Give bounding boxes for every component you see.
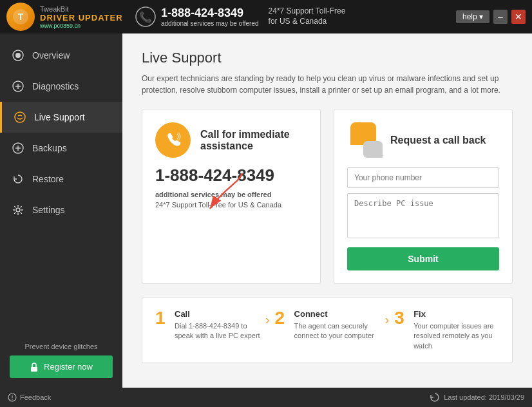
sidebar-item-diagnostics[interactable]: Diagnostics — [0, 71, 122, 102]
sidebar-label-backups: Backups — [32, 143, 67, 153]
svg-text:📞: 📞 — [139, 11, 152, 23]
feedback-button[interactable]: Feedback — [8, 393, 51, 402]
issue-textarea[interactable] — [347, 193, 499, 238]
app-logo: T — [6, 3, 35, 31]
page-title: Live Support — [142, 50, 513, 66]
url-label: www.pc0359.cn — [40, 23, 123, 29]
call-header: Call for immediate assistance — [155, 122, 307, 158]
header-phone-number: 1-888-424-8349 — [161, 6, 259, 20]
main-layout: Overview Diagnostics Live Support — [0, 33, 532, 388]
sidebar-label-settings: Settings — [32, 205, 65, 215]
phone-input[interactable] — [347, 167, 499, 188]
sidebar-item-overview[interactable]: Overview — [0, 40, 122, 71]
step-1: 1 Call Dial 1-888-424-8349 to speak with… — [155, 309, 260, 341]
logo-text: TweakBit DRIVER UPDATER www.pc0359.cn — [40, 5, 123, 29]
logo-area: T TweakBit DRIVER UPDATER www.pc0359.cn — [6, 3, 129, 31]
sidebar-label-restore: Restore — [32, 174, 64, 184]
sidebar-item-livesupport[interactable]: Live Support — [0, 102, 122, 133]
call-box: Call for immediate assistance 1-888-424-… — [142, 109, 321, 284]
svg-rect-12 — [31, 367, 37, 372]
window-controls: help ▾ – ✕ — [456, 10, 526, 24]
phone-details: 1-888-424-8349 additional services may b… — [161, 6, 259, 27]
step-arrow-1: › — [260, 312, 275, 327]
step-1-desc: Dial 1-888-424-8349 to speak with a live… — [175, 321, 260, 341]
step-3-content: Fix Your computer issues are resolved re… — [413, 309, 499, 351]
red-arrow-icon — [204, 173, 255, 215]
svg-point-16 — [12, 399, 13, 400]
submit-button[interactable]: Submit — [347, 247, 499, 270]
feedback-icon — [8, 393, 17, 402]
livesupport-icon — [14, 111, 26, 124]
main-content: Live Support Our expert technicians are … — [122, 33, 532, 388]
refresh-icon — [430, 392, 440, 402]
step-1-content: Call Dial 1-888-424-8349 to speak with a… — [175, 309, 260, 341]
phone-large-icon — [155, 122, 191, 158]
svg-point-5 — [15, 53, 21, 58]
sidebar-item-settings[interactable]: Settings — [0, 194, 122, 225]
sidebar-item-backups[interactable]: Backups — [0, 133, 122, 164]
status-bar: Feedback Last updated: 2019/03/29 — [0, 388, 532, 407]
status-right: Last updated: 2019/03/29 — [430, 392, 524, 402]
step-2-title: Connect — [294, 309, 380, 319]
help-button[interactable]: help ▾ — [456, 10, 489, 23]
step-2-desc: The agent can securely connect to your c… — [294, 321, 380, 341]
two-column-section: Call for immediate assistance 1-888-424-… — [142, 109, 513, 284]
overview-icon — [12, 49, 24, 62]
feedback-label: Feedback — [20, 393, 51, 401]
step-2-number: 2 — [275, 309, 288, 327]
sidebar: Overview Diagnostics Live Support — [0, 33, 122, 388]
svg-point-11 — [16, 208, 20, 212]
request-title: Request a call back — [390, 135, 486, 146]
chat-bubble-secondary — [363, 141, 383, 158]
step-3: 3 Fix Your computer issues are resolved … — [394, 309, 499, 351]
svg-point-9 — [15, 112, 25, 122]
restore-icon — [12, 173, 24, 185]
call-title: Call for immediate assistance — [200, 129, 307, 152]
lock-icon — [30, 363, 39, 372]
sidebar-label-livesupport: Live Support — [34, 112, 85, 122]
step-3-title: Fix — [413, 309, 499, 319]
last-updated-label: Last updated: 2019/03/29 — [444, 393, 524, 401]
phone-icon: 📞 — [135, 6, 156, 27]
product-label: DRIVER UPDATER — [40, 13, 123, 23]
step-1-number: 1 — [155, 309, 168, 327]
request-box: Request a call back Submit — [334, 109, 513, 284]
svg-text:T: T — [18, 12, 24, 22]
chat-icon — [347, 122, 383, 158]
request-header: Request a call back — [347, 122, 499, 158]
header-support-text: 24*7 Support Toll-Free for US & Canada — [269, 6, 352, 26]
header-phone-sub: additional services may be offered — [161, 20, 259, 27]
register-label: Register now — [44, 362, 93, 372]
step-2-content: Connect The agent can securely connect t… — [294, 309, 380, 341]
backups-icon — [12, 142, 24, 155]
title-bar: T TweakBit DRIVER UPDATER www.pc0359.cn … — [0, 0, 532, 33]
register-button[interactable]: Register now — [10, 355, 113, 378]
sidebar-label-overview: Overview — [32, 50, 70, 61]
diagnostics-icon — [12, 80, 24, 93]
header-phone-area: 📞 1-888-424-8349 additional services may… — [135, 6, 456, 27]
promo-text: Prevent device glitches — [10, 343, 113, 350]
step-1-title: Call — [175, 309, 260, 319]
step-3-desc: Your computer issues are resolved remote… — [413, 321, 499, 351]
close-button[interactable]: ✕ — [511, 10, 526, 24]
brand-label: TweakBit — [40, 5, 123, 13]
sidebar-item-restore[interactable]: Restore — [0, 164, 122, 194]
settings-icon — [12, 204, 24, 216]
step-arrow-2: › — [379, 312, 394, 327]
step-2: 2 Connect The agent can securely connect… — [275, 309, 380, 341]
sidebar-label-diagnostics: Diagnostics — [32, 81, 79, 91]
step-3-number: 3 — [394, 309, 407, 327]
sidebar-bottom: Prevent device glitches Register now — [0, 333, 122, 388]
steps-section: 1 Call Dial 1-888-424-8349 to speak with… — [142, 297, 513, 363]
page-description: Our expert technicians are standing by r… — [142, 73, 513, 96]
minimize-button[interactable]: – — [493, 10, 508, 24]
